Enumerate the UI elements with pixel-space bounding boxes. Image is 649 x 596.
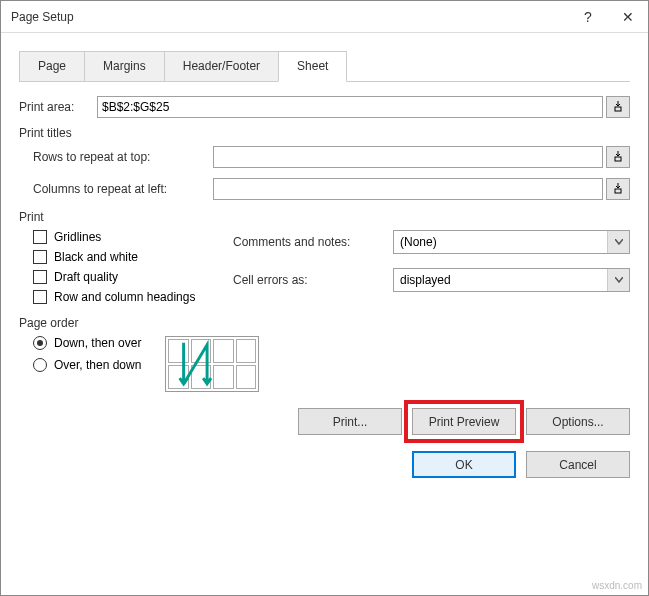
radio-icon <box>33 336 47 350</box>
down-then-over-radio[interactable]: Down, then over <box>33 336 141 350</box>
print-button[interactable]: Print... <box>298 408 402 435</box>
comments-select[interactable]: (None) <box>393 230 630 254</box>
svg-rect-2 <box>615 189 621 193</box>
watermark: wsxdn.com <box>592 580 642 591</box>
collapse-icon <box>612 100 624 115</box>
draft-quality-checkbox[interactable]: Draft quality <box>33 270 233 284</box>
cell-errors-select[interactable]: displayed <box>393 268 630 292</box>
tab-header-footer[interactable]: Header/Footer <box>164 51 279 82</box>
titlebar: Page Setup ? ✕ <box>1 1 648 33</box>
rows-repeat-label: Rows to repeat at top: <box>33 150 213 164</box>
comments-value: (None) <box>400 235 437 249</box>
svg-rect-1 <box>615 157 621 161</box>
print-area-row: Print area: <box>19 96 630 118</box>
help-button[interactable]: ? <box>568 1 608 33</box>
tab-margins[interactable]: Margins <box>84 51 165 82</box>
dialog-body: Page Margins Header/Footer Sheet Print a… <box>1 33 648 400</box>
checkbox-icon <box>33 230 47 244</box>
checkbox-icon <box>33 270 47 284</box>
print-titles-group: Rows to repeat at top: Columns to repeat… <box>33 146 630 200</box>
black-white-checkbox[interactable]: Black and white <box>33 250 233 264</box>
ok-button[interactable]: OK <box>412 451 516 478</box>
collapse-icon <box>612 182 624 197</box>
chevron-down-icon <box>607 231 629 253</box>
chevron-down-icon <box>607 269 629 291</box>
cols-repeat-label: Columns to repeat at left: <box>33 182 213 196</box>
print-section-group: Gridlines Black and white Draft quality … <box>33 230 630 310</box>
cell-errors-label: Cell errors as: <box>233 273 393 287</box>
options-button[interactable]: Options... <box>526 408 630 435</box>
cols-repeat-input[interactable] <box>213 178 603 200</box>
row-col-headings-checkbox[interactable]: Row and column headings <box>33 290 233 304</box>
cancel-button[interactable]: Cancel <box>526 451 630 478</box>
cols-repeat-range-picker[interactable] <box>606 178 630 200</box>
print-titles-label: Print titles <box>19 126 630 140</box>
gridlines-checkbox[interactable]: Gridlines <box>33 230 233 244</box>
confirm-buttons-row: OK Cancel <box>1 443 648 490</box>
over-then-down-label: Over, then down <box>54 358 141 372</box>
tab-bar: Page Margins Header/Footer Sheet <box>19 51 630 82</box>
cell-errors-value: displayed <box>400 273 451 287</box>
dialog-title: Page Setup <box>11 10 568 24</box>
print-area-range-picker[interactable] <box>606 96 630 118</box>
page-setup-dialog: Page Setup ? ✕ Page Margins Header/Foote… <box>0 0 649 596</box>
close-button[interactable]: ✕ <box>608 1 648 33</box>
rows-repeat-input[interactable] <box>213 146 603 168</box>
row-col-headings-label: Row and column headings <box>54 290 195 304</box>
comments-label: Comments and notes: <box>233 235 393 249</box>
checkbox-icon <box>33 250 47 264</box>
page-order-preview <box>165 336 259 392</box>
tab-page[interactable]: Page <box>19 51 85 82</box>
checkbox-icon <box>33 290 47 304</box>
down-then-over-label: Down, then over <box>54 336 141 350</box>
print-preview-button[interactable]: Print Preview <box>412 408 516 435</box>
radio-icon <box>33 358 47 372</box>
over-then-down-radio[interactable]: Over, then down <box>33 358 141 372</box>
action-buttons-row: Print... Print Preview Options... <box>1 400 648 443</box>
gridlines-label: Gridlines <box>54 230 101 244</box>
page-order-label: Page order <box>19 316 630 330</box>
rows-repeat-range-picker[interactable] <box>606 146 630 168</box>
print-section-label: Print <box>19 210 630 224</box>
tab-sheet[interactable]: Sheet <box>278 51 347 82</box>
svg-rect-0 <box>615 107 621 111</box>
print-area-input[interactable] <box>97 96 603 118</box>
black-white-label: Black and white <box>54 250 138 264</box>
page-order-group: Down, then over Over, then down <box>33 336 630 392</box>
print-area-label: Print area: <box>19 100 97 114</box>
draft-quality-label: Draft quality <box>54 270 118 284</box>
collapse-icon <box>612 150 624 165</box>
